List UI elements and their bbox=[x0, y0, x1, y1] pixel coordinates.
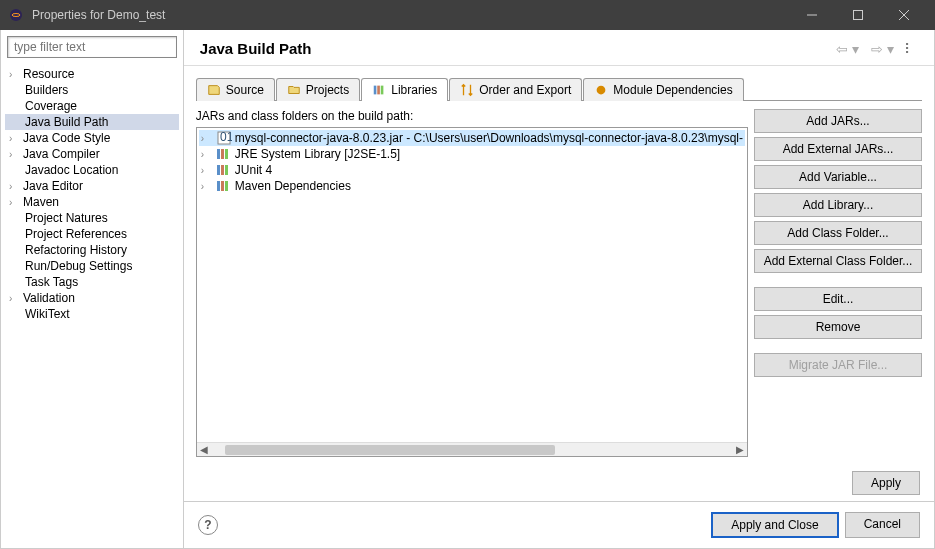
expand-icon[interactable]: › bbox=[9, 69, 21, 80]
sidebar-item-label: Maven bbox=[21, 195, 59, 209]
jar-item-label: Maven Dependencies bbox=[235, 179, 351, 193]
jar-item[interactable]: ›Maven Dependencies bbox=[199, 178, 745, 194]
tab-libraries[interactable]: Libraries bbox=[361, 78, 448, 101]
tab-source[interactable]: Source bbox=[196, 78, 275, 101]
expand-icon[interactable]: › bbox=[201, 165, 213, 176]
sidebar-item-resource[interactable]: ›Resource bbox=[5, 66, 179, 82]
sidebar-tree: ›ResourceBuildersCoverageJava Build Path… bbox=[1, 64, 183, 324]
sidebar-item-refactoring-history[interactable]: Refactoring History bbox=[5, 242, 179, 258]
add-library-button[interactable]: Add Library... bbox=[754, 193, 922, 217]
sidebar-item-label: Javadoc Location bbox=[23, 163, 118, 177]
sidebar-item-coverage[interactable]: Coverage bbox=[5, 98, 179, 114]
nav-forward-icon[interactable]: ⇨ ▾ bbox=[871, 41, 894, 57]
apply-and-close-button[interactable]: Apply and Close bbox=[711, 512, 838, 538]
sidebar-item-wikitext[interactable]: WikiText bbox=[5, 306, 179, 322]
tab-order-and-export[interactable]: Order and Export bbox=[449, 78, 582, 101]
sidebar-item-label: Task Tags bbox=[23, 275, 78, 289]
library-icon bbox=[216, 179, 232, 193]
sidebar-item-maven[interactable]: ›Maven bbox=[5, 194, 179, 210]
tabs-bar: SourceProjectsLibrariesOrder and ExportM… bbox=[196, 78, 922, 101]
jar-file-icon: 010 bbox=[216, 131, 232, 145]
source-icon bbox=[207, 83, 221, 97]
scroll-thumb[interactable] bbox=[225, 445, 555, 455]
tab-module-dependencies[interactable]: Module Dependencies bbox=[583, 78, 743, 101]
sidebar-item-label: Java Build Path bbox=[23, 115, 108, 129]
library-icon bbox=[216, 163, 232, 177]
expand-icon[interactable]: › bbox=[9, 197, 21, 208]
sidebar-item-label: Validation bbox=[21, 291, 75, 305]
add-external-jars-button[interactable]: Add External JARs... bbox=[754, 137, 922, 161]
window-title: Properties for Demo_test bbox=[32, 8, 789, 22]
sidebar-item-java-build-path[interactable]: Java Build Path bbox=[5, 114, 179, 130]
nav-back-icon[interactable]: ⇦ ▾ bbox=[836, 41, 859, 57]
jar-item[interactable]: ›JRE System Library [J2SE-1.5] bbox=[199, 146, 745, 162]
tab-label: Source bbox=[226, 83, 264, 97]
view-menu-icon[interactable]: ⠇ bbox=[900, 41, 918, 57]
minimize-button[interactable] bbox=[789, 0, 835, 30]
migrate-jar-file-button: Migrate JAR File... bbox=[754, 353, 922, 377]
scroll-left-icon[interactable]: ◀ bbox=[197, 444, 211, 455]
add-class-folder-button[interactable]: Add Class Folder... bbox=[754, 221, 922, 245]
add-external-class-folder-button[interactable]: Add External Class Folder... bbox=[754, 249, 922, 273]
sidebar-item-java-code-style[interactable]: ›Java Code Style bbox=[5, 130, 179, 146]
apply-button[interactable]: Apply bbox=[852, 471, 920, 495]
svg-rect-15 bbox=[217, 165, 220, 175]
jar-item-label: JUnit 4 bbox=[235, 163, 272, 177]
svg-point-9 bbox=[597, 86, 606, 95]
page-title: Java Build Path bbox=[200, 40, 830, 57]
expand-icon[interactable]: › bbox=[201, 149, 213, 160]
svg-rect-17 bbox=[225, 165, 228, 175]
sidebar-item-task-tags[interactable]: Task Tags bbox=[5, 274, 179, 290]
sidebar-item-java-compiler[interactable]: ›Java Compiler bbox=[5, 146, 179, 162]
sidebar-item-javadoc-location[interactable]: Javadoc Location bbox=[5, 162, 179, 178]
sidebar-item-java-editor[interactable]: ›Java Editor bbox=[5, 178, 179, 194]
svg-rect-14 bbox=[225, 149, 228, 159]
apply-row: Apply bbox=[184, 465, 934, 501]
libraries-icon bbox=[372, 83, 386, 97]
content: ›ResourceBuildersCoverageJava Build Path… bbox=[0, 30, 935, 549]
jar-item[interactable]: ›010mysql-connector-java-8.0.23.jar - C:… bbox=[199, 130, 745, 146]
maximize-button[interactable] bbox=[835, 0, 881, 30]
projects-icon bbox=[287, 83, 301, 97]
tab-projects[interactable]: Projects bbox=[276, 78, 360, 101]
expand-icon[interactable]: › bbox=[201, 181, 213, 192]
expand-icon[interactable]: › bbox=[9, 293, 21, 304]
footer-buttons: Apply and Close Cancel bbox=[711, 512, 920, 538]
expand-icon[interactable]: › bbox=[9, 149, 21, 160]
main-header: Java Build Path ⇦ ▾ ⇨ ▾ ⠇ bbox=[184, 30, 934, 66]
sidebar-item-label: WikiText bbox=[23, 307, 70, 321]
sidebar-item-builders[interactable]: Builders bbox=[5, 82, 179, 98]
expand-icon[interactable]: › bbox=[201, 133, 213, 144]
edit-button[interactable]: Edit... bbox=[754, 287, 922, 311]
expand-icon[interactable]: › bbox=[9, 133, 21, 144]
horizontal-scrollbar[interactable]: ◀ ▶ bbox=[197, 442, 747, 456]
close-button[interactable] bbox=[881, 0, 927, 30]
sidebar-item-run-debug-settings[interactable]: Run/Debug Settings bbox=[5, 258, 179, 274]
tab-label: Order and Export bbox=[479, 83, 571, 97]
order-icon bbox=[460, 83, 474, 97]
filter-input[interactable] bbox=[7, 36, 177, 58]
cancel-button[interactable]: Cancel bbox=[845, 512, 920, 538]
titlebar: Properties for Demo_test bbox=[0, 0, 935, 30]
scroll-right-icon[interactable]: ▶ bbox=[733, 444, 747, 455]
help-icon[interactable]: ? bbox=[198, 515, 218, 535]
jar-item[interactable]: ›JUnit 4 bbox=[199, 162, 745, 178]
jar-item-label: mysql-connector-java-8.0.23.jar - C:\Use… bbox=[235, 131, 743, 145]
jars-list[interactable]: ›010mysql-connector-java-8.0.23.jar - C:… bbox=[196, 127, 748, 457]
expand-icon[interactable]: › bbox=[9, 181, 21, 192]
footer: ? Apply and Close Cancel bbox=[184, 501, 934, 548]
sidebar-item-project-natures[interactable]: Project Natures bbox=[5, 210, 179, 226]
main-panel: Java Build Path ⇦ ▾ ⇨ ▾ ⠇ SourceProjects… bbox=[184, 30, 934, 548]
jar-item-label: JRE System Library [J2SE-1.5] bbox=[235, 147, 400, 161]
button-column: Add JARs...Add External JARs...Add Varia… bbox=[754, 109, 922, 457]
sidebar-item-label: Run/Debug Settings bbox=[23, 259, 132, 273]
tab-label: Libraries bbox=[391, 83, 437, 97]
sidebar-item-project-references[interactable]: Project References bbox=[5, 226, 179, 242]
sidebar-item-label: Refactoring History bbox=[23, 243, 127, 257]
add-variable-button[interactable]: Add Variable... bbox=[754, 165, 922, 189]
add-jars-button[interactable]: Add JARs... bbox=[754, 109, 922, 133]
sidebar-item-validation[interactable]: ›Validation bbox=[5, 290, 179, 306]
remove-button[interactable]: Remove bbox=[754, 315, 922, 339]
sidebar-item-label: Builders bbox=[23, 83, 68, 97]
sidebar-item-label: Resource bbox=[21, 67, 74, 81]
